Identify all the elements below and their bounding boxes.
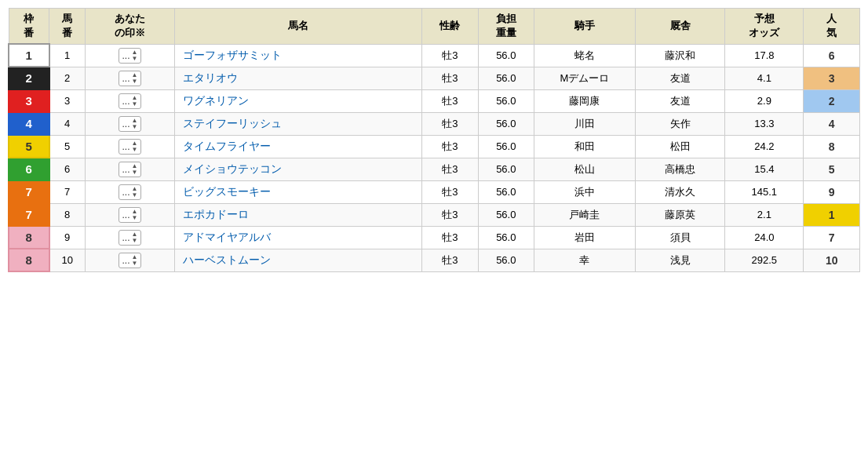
table-row: 78...▲▼エポカドーロ牡356.0戸崎圭藤原英2.11 (9, 203, 860, 226)
horse-name-cell[interactable]: エタリオウ (175, 67, 422, 89)
header-row: 枠番 馬番 あなたの印※ 馬名 性齢 負担重量 騎手 厩舎 予想オッズ 人気 (9, 9, 860, 45)
stable-cell: 矢作 (635, 112, 724, 135)
weight-cell: 56.0 (478, 180, 534, 203)
sex-age-cell: 牡3 (421, 135, 478, 158)
ninki-cell: 9 (804, 180, 860, 203)
uma-num-cell: 2 (49, 67, 86, 89)
mark-arrows: ▲▼ (132, 231, 138, 244)
mark-input[interactable]: ...▲▼ (119, 230, 142, 246)
weight-cell: 56.0 (478, 67, 534, 89)
race-table: 枠番 馬番 あなたの印※ 馬名 性齢 負担重量 騎手 厩舎 予想オッズ 人気 1… (8, 8, 860, 272)
mark-input[interactable]: ...▲▼ (119, 162, 142, 177)
mark-cell[interactable]: ...▲▼ (85, 112, 174, 135)
table-row: 22...▲▼エタリオウ牡356.0Mデムーロ友道4.13 (9, 67, 860, 89)
mark-dots: ... (122, 187, 130, 198)
horse-name-cell[interactable]: ゴーフォザサミット (175, 44, 422, 67)
odds-cell: 4.1 (725, 67, 804, 89)
mark-input[interactable]: ...▲▼ (119, 184, 142, 200)
mark-input[interactable]: ...▲▼ (119, 253, 142, 268)
mark-cell[interactable]: ...▲▼ (85, 44, 174, 67)
mark-dots: ... (122, 50, 130, 61)
ninki-cell: 3 (804, 67, 860, 89)
uma-num-cell: 3 (49, 89, 86, 112)
mark-cell[interactable]: ...▲▼ (85, 249, 174, 271)
odds-cell: 2.9 (725, 89, 804, 112)
weight-cell: 56.0 (478, 226, 534, 249)
sex-age-cell: 牡3 (421, 249, 478, 271)
mark-cell[interactable]: ...▲▼ (85, 180, 174, 203)
sex-age-cell: 牡3 (421, 67, 478, 89)
uma-num-cell: 6 (49, 158, 86, 180)
uma-num-cell: 5 (49, 135, 86, 158)
col-weight: 負担重量 (478, 9, 534, 45)
mark-dots: ... (122, 255, 130, 266)
waku-cell: 6 (9, 158, 49, 180)
horse-name-cell[interactable]: メイショウテッコン (175, 158, 422, 180)
mark-arrows: ▲▼ (132, 186, 138, 198)
mark-cell[interactable]: ...▲▼ (85, 67, 174, 89)
stable-cell: 藤原英 (635, 203, 724, 226)
horse-name-cell[interactable]: タイムフライヤー (175, 135, 422, 158)
mark-cell[interactable]: ...▲▼ (85, 89, 174, 112)
mark-arrows: ▲▼ (132, 163, 138, 176)
weight-cell: 56.0 (478, 135, 534, 158)
jockey-cell: 蛯名 (534, 44, 636, 67)
table-row: 33...▲▼ワグネリアン牡356.0藤岡康友道2.92 (9, 89, 860, 112)
waku-cell: 7 (9, 203, 49, 226)
horse-name-cell[interactable]: アドマイヤアルバ (175, 226, 422, 249)
horse-name-cell[interactable]: ビッグスモーキー (175, 180, 422, 203)
mark-cell[interactable]: ...▲▼ (85, 203, 174, 226)
sex-age-cell: 牡3 (421, 226, 478, 249)
stable-cell: 清水久 (635, 180, 724, 203)
jockey-cell: 幸 (534, 249, 636, 271)
mark-cell[interactable]: ...▲▼ (85, 135, 174, 158)
col-ninki: 人気 (804, 9, 860, 45)
stable-cell: 高橋忠 (635, 158, 724, 180)
uma-num-cell: 9 (49, 226, 86, 249)
horse-name-cell[interactable]: ワグネリアン (175, 89, 422, 112)
mark-input[interactable]: ...▲▼ (119, 48, 142, 64)
ninki-cell: 7 (804, 226, 860, 249)
table-row: 44...▲▼ステイフーリッシュ牡356.0川田矢作13.34 (9, 112, 860, 135)
weight-cell: 56.0 (478, 112, 534, 135)
ninki-cell: 4 (804, 112, 860, 135)
table-row: 77...▲▼ビッグスモーキー牡356.0浜中清水久145.19 (9, 180, 860, 203)
stable-cell: 藤沢和 (635, 44, 724, 67)
mark-input[interactable]: ...▲▼ (119, 71, 142, 86)
table-row: 55...▲▼タイムフライヤー牡356.0和田松田24.28 (9, 135, 860, 158)
col-mark: あなたの印※ (85, 9, 174, 45)
mark-dots: ... (122, 96, 130, 107)
ninki-cell: 1 (804, 203, 860, 226)
mark-dots: ... (122, 141, 130, 152)
mark-input[interactable]: ...▲▼ (119, 139, 142, 155)
odds-cell: 292.5 (725, 249, 804, 271)
waku-cell: 2 (9, 67, 49, 89)
uma-num-cell: 10 (49, 249, 86, 271)
mark-arrows: ▲▼ (132, 95, 138, 107)
mark-arrows: ▲▼ (132, 72, 138, 85)
horse-name-cell[interactable]: ステイフーリッシュ (175, 112, 422, 135)
mark-arrows: ▲▼ (132, 140, 138, 153)
mark-arrows: ▲▼ (132, 49, 138, 62)
horse-name-cell[interactable]: エポカドーロ (175, 203, 422, 226)
mark-cell[interactable]: ...▲▼ (85, 226, 174, 249)
jockey-cell: 松山 (534, 158, 636, 180)
mark-input[interactable]: ...▲▼ (119, 207, 142, 223)
horse-name-cell[interactable]: ハーベストムーン (175, 249, 422, 271)
mark-cell[interactable]: ...▲▼ (85, 158, 174, 180)
col-horse-name: 馬名 (175, 9, 422, 45)
mark-input[interactable]: ...▲▼ (119, 116, 142, 132)
col-sex-age: 性齢 (421, 9, 478, 45)
uma-num-cell: 1 (49, 44, 86, 67)
jockey-cell: 川田 (534, 112, 636, 135)
col-odds: 予想オッズ (725, 9, 804, 45)
table-row: 66...▲▼メイショウテッコン牡356.0松山高橋忠15.45 (9, 158, 860, 180)
odds-cell: 24.0 (725, 226, 804, 249)
mark-input[interactable]: ...▲▼ (119, 93, 142, 109)
weight-cell: 56.0 (478, 44, 534, 67)
stable-cell: 須貝 (635, 226, 724, 249)
stable-cell: 友道 (635, 89, 724, 112)
col-jockey: 騎手 (534, 9, 636, 45)
waku-cell: 8 (9, 249, 49, 271)
sex-age-cell: 牡3 (421, 158, 478, 180)
